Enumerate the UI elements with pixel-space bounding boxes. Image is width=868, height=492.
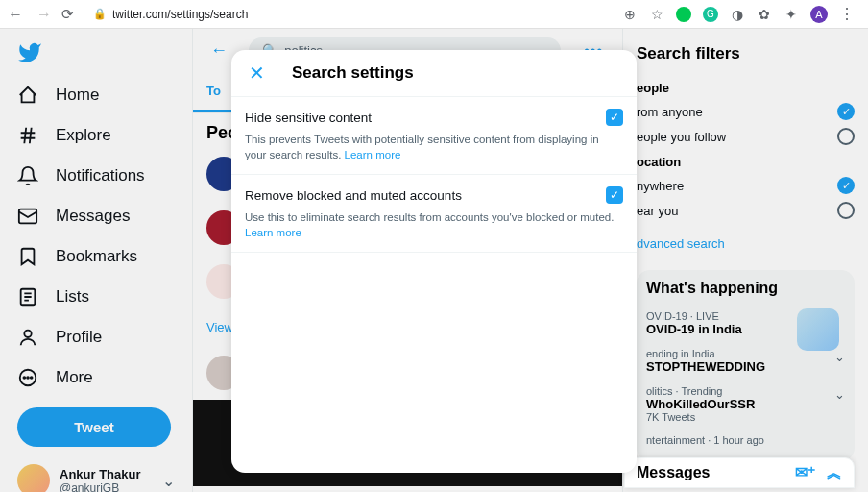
setting-label: Hide sensitive content [245,111,372,125]
setting-hide-sensitive: Hide sensitive content ✓ This prevents T… [231,97,637,175]
forward-button[interactable]: → [36,6,52,23]
setting-label: Remove blocked and muted accounts [245,188,462,203]
extension-icon[interactable]: ✿ [757,7,772,22]
puzzle-icon[interactable]: ✦ [784,7,799,22]
star-icon[interactable]: ☆ [649,7,664,22]
extension-tray: ⊕ ☆ G ◑ ✿ ✦ A ⋮ [622,6,860,23]
grammarly-icon[interactable]: G [703,7,718,22]
checkbox-checked[interactable]: ✓ [606,186,623,204]
url-bar[interactable]: 🔒 twitter.com/settings/search [84,4,613,25]
modal-title: Search settings [292,63,414,83]
learn-more-link[interactable]: Learn more [245,227,301,238]
checkbox-checked[interactable]: ✓ [606,109,623,126]
browser-toolbar: ← → ⟳ 🔒 twitter.com/settings/search ⊕ ☆ … [0,0,868,29]
extension-icon[interactable]: ◑ [730,7,745,22]
profile-chip[interactable]: A [810,6,828,23]
setting-description: Use this to eliminate search results fro… [245,204,623,240]
search-settings-modal: ✕ Search settings Hide sensitive content… [231,50,637,473]
reload-button[interactable]: ⟳ [61,6,74,23]
learn-more-link[interactable]: Learn more [345,149,401,160]
lock-icon: 🔒 [93,8,107,20]
back-button[interactable]: ← [8,6,23,23]
shield-icon[interactable] [676,7,691,22]
url-text: twitter.com/settings/search [112,8,248,21]
extension-icon[interactable]: ⊕ [622,7,638,22]
setting-description: This prevents Tweets with potentially se… [245,126,623,162]
setting-remove-blocked: Remove blocked and muted accounts ✓ Use … [231,175,637,253]
close-button[interactable]: ✕ [245,62,269,85]
kebab-menu-icon[interactable]: ⋮ [839,7,855,22]
